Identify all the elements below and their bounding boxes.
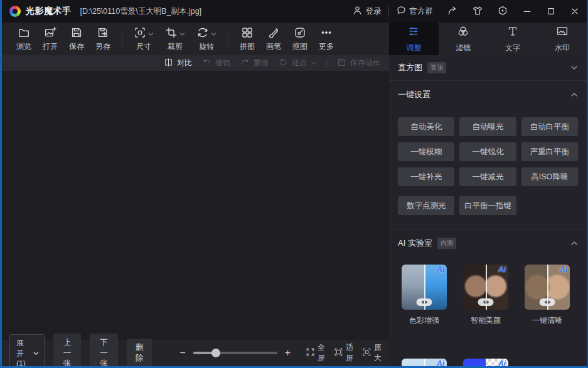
more-dots-icon <box>320 26 333 41</box>
ai-item-partial[interactable]: Ai <box>462 359 510 366</box>
rotate-icon <box>196 26 209 41</box>
fullscreen-icon <box>306 347 315 359</box>
ai-item-partial[interactable]: Ai <box>400 359 448 366</box>
undo-icon <box>202 58 211 69</box>
gear-icon <box>497 5 508 18</box>
skin-theme-button[interactable] <box>465 0 490 23</box>
image-open-icon <box>44 26 56 41</box>
quick-settings-title: 一键设置 <box>398 89 430 100</box>
settings-button[interactable] <box>490 0 515 23</box>
pin-top-badge: 置顶 <box>427 62 446 73</box>
maximize-button[interactable] <box>539 0 563 23</box>
crop-button[interactable]: 裁剪 <box>159 28 191 50</box>
compare-slider-handle[interactable] <box>417 298 432 306</box>
open-button[interactable]: 打开 <box>37 28 63 50</box>
cutout-button[interactable]: 抠图 <box>287 28 313 50</box>
ai-badge: Ai <box>437 359 444 366</box>
chevron-down-icon[interactable] <box>570 64 578 71</box>
login-button[interactable]: 登录 <box>345 0 388 23</box>
ai-thumbnails-row: Ai 色彩增强 Ai 智能美颜 <box>389 257 587 326</box>
auto-exposure-button[interactable]: 自动曝光 <box>459 117 516 136</box>
color-enhance-preview[interactable]: Ai <box>402 265 447 310</box>
chevron-up-icon[interactable] <box>570 91 578 98</box>
save-button[interactable]: 保存 <box>63 28 90 50</box>
chevron-up-icon[interactable] <box>570 239 578 247</box>
share-button[interactable] <box>440 0 465 23</box>
white-balance-one-touch-button[interactable]: 白平衡一指键 <box>459 196 516 215</box>
chat-bubble-icon <box>396 5 407 18</box>
edit-toolbar: 对比 撤销 重做 还原 保存动作 <box>2 55 389 71</box>
one-key-blur-button[interactable]: 一键模糊 <box>398 142 454 161</box>
digital-spot-metering-button[interactable]: 数字点测光 <box>398 196 454 215</box>
ai-badge: Ai <box>437 265 444 274</box>
more-button[interactable]: 更多 <box>313 28 339 50</box>
file-path: [D:\25\0110雪景\王大明B_副本.jpg] <box>80 6 202 17</box>
fit-screen-button[interactable]: 适屏 <box>334 342 353 364</box>
titlebar: 光影魔术手 [D:\25\0110雪景\王大明B_副本.jpg] 登录 官方群 <box>2 0 587 23</box>
save-as-button[interactable]: 另存 <box>90 28 116 50</box>
one-key-clarity-preview[interactable]: Ai <box>525 265 570 310</box>
compare-icon <box>164 58 173 69</box>
compare-slider-handle[interactable] <box>540 298 555 306</box>
toolbar-divider <box>228 29 228 48</box>
smart-beauty-preview[interactable]: Ai <box>463 265 508 310</box>
compare-slider-handle[interactable] <box>478 298 494 306</box>
zoom-out-button[interactable]: − <box>179 348 185 358</box>
grid-icon <box>241 26 254 41</box>
tab-watermark[interactable]: 水印 <box>537 23 587 55</box>
sliders-icon <box>407 25 420 39</box>
compare-button[interactable]: 对比 <box>164 58 192 69</box>
rotate-button[interactable]: 旋转 <box>191 28 222 50</box>
severe-white-balance-button[interactable]: 严重白平衡 <box>521 142 578 161</box>
next-image-button[interactable]: 下一张 <box>90 334 118 368</box>
shirt-icon <box>472 5 483 18</box>
ai-preview-partial[interactable]: Ai <box>463 359 508 366</box>
redo-button[interactable]: 重做 <box>240 58 269 69</box>
prev-image-button[interactable]: 上一张 <box>53 334 82 368</box>
auto-beautify-button[interactable]: 自动美化 <box>398 117 454 136</box>
collage-button[interactable]: 拼图 <box>234 28 260 50</box>
one-key-sharpen-button[interactable]: 一键锐化 <box>459 142 516 161</box>
ai-color-enhance-item[interactable]: Ai 色彩增强 <box>400 265 448 326</box>
resize-icon <box>134 26 146 41</box>
tab-text[interactable]: 文字 <box>488 23 538 55</box>
auto-white-balance-button[interactable]: 自动白平衡 <box>521 117 578 136</box>
chevron-down-icon <box>179 28 185 39</box>
close-button[interactable] <box>563 0 587 23</box>
brush-button[interactable]: 画笔 <box>260 28 287 50</box>
quick-settings-grid: 自动美化 自动曝光 自动白平衡 一键模糊 一键锐化 严重白平衡 一键补光 一键减… <box>389 108 587 229</box>
ai-lab-title: AI 实验室 <box>398 238 432 249</box>
ai-smart-beauty-item[interactable]: Ai 智能美颜 <box>462 265 510 326</box>
zoom-slider-handle[interactable] <box>211 349 220 357</box>
tab-adjust[interactable]: 调整 <box>389 23 439 55</box>
save-action-button[interactable]: 保存动作 <box>337 58 380 69</box>
save-icon <box>337 58 346 69</box>
chevron-down-icon <box>311 59 316 68</box>
one-key-dim-light-button[interactable]: 一键减光 <box>459 167 516 186</box>
tab-filters[interactable]: 滤镜 <box>439 23 488 55</box>
ai-one-key-clarity-item[interactable]: Ai 一键清晰 <box>523 265 571 326</box>
beta-badge: 内测 <box>437 238 456 249</box>
undo-button[interactable]: 撤销 <box>202 58 230 69</box>
one-key-fill-light-button[interactable]: 一键补光 <box>398 167 454 186</box>
original-size-button[interactable]: 原大 <box>362 342 382 364</box>
redo-icon <box>240 58 250 69</box>
high-iso-denoise-button[interactable]: 高ISO降噪 <box>521 167 578 186</box>
toolbar-divider <box>122 29 122 48</box>
expand-dropdown[interactable]: 展开(1) <box>9 334 45 368</box>
zoom-in-button[interactable]: + <box>285 348 291 358</box>
zoom-slider[interactable] <box>193 349 277 357</box>
quick-settings-section-header[interactable]: 一键设置 <box>389 81 587 108</box>
official-group-button[interactable]: 官方群 <box>389 0 441 23</box>
histogram-section-header[interactable]: 直方图 置顶 <box>389 55 587 80</box>
restore-button[interactable]: 还原 <box>279 58 316 69</box>
delete-image-button[interactable]: 删除 <box>127 339 152 367</box>
fullscreen-button[interactable]: 全屏 <box>306 342 325 364</box>
minimize-button[interactable] <box>515 0 539 23</box>
ai-preview-partial[interactable]: Ai <box>402 359 447 366</box>
fit-screen-icon <box>334 347 343 359</box>
ai-lab-section-header[interactable]: AI 实验室 内测 <box>389 229 587 257</box>
browse-button[interactable]: 浏览 <box>11 28 37 50</box>
resize-button[interactable]: 尺寸 <box>128 28 159 50</box>
image-canvas[interactable] <box>2 71 389 340</box>
